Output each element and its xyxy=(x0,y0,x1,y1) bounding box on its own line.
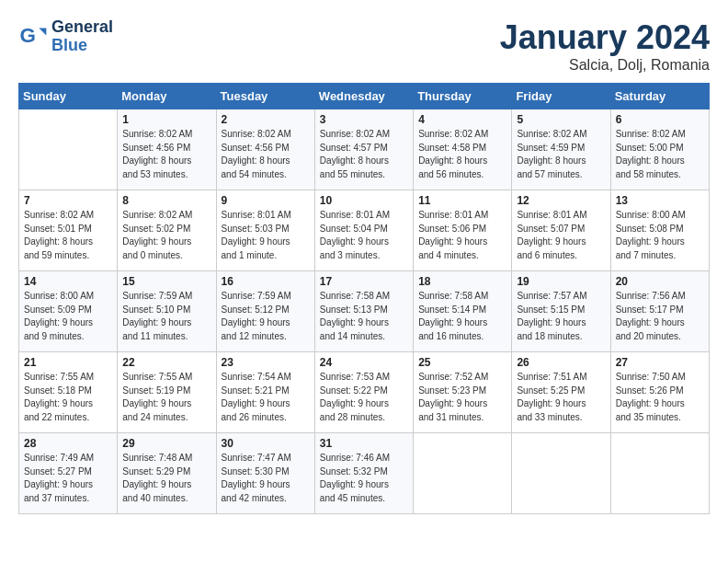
svg-text:G: G xyxy=(20,24,36,47)
day-number: 30 xyxy=(222,437,310,450)
calendar-cell: 5Sunrise: 8:02 AMSunset: 4:59 PMDaylight… xyxy=(512,109,610,190)
day-info: Sunrise: 7:46 AMSunset: 5:32 PMDaylight:… xyxy=(320,452,408,505)
day-number: 24 xyxy=(320,356,408,369)
day-info: Sunrise: 7:53 AMSunset: 5:22 PMDaylight:… xyxy=(320,371,408,424)
header-thursday: Thursday xyxy=(414,84,512,109)
svg-marker-1 xyxy=(39,28,46,35)
calendar-cell: 10Sunrise: 8:01 AMSunset: 5:04 PMDayligh… xyxy=(314,190,413,271)
header-tuesday: Tuesday xyxy=(216,84,314,109)
day-number: 16 xyxy=(222,275,310,288)
header-monday: Monday xyxy=(118,84,216,109)
day-number: 27 xyxy=(616,356,704,369)
logo: G General Blue xyxy=(18,18,113,55)
day-number: 14 xyxy=(24,275,112,288)
week-row-5: 28Sunrise: 7:49 AMSunset: 5:27 PMDayligh… xyxy=(19,433,710,514)
day-number: 11 xyxy=(418,194,506,207)
day-info: Sunrise: 7:59 AMSunset: 5:12 PMDaylight:… xyxy=(222,290,310,343)
day-info: Sunrise: 8:02 AMSunset: 5:00 PMDaylight:… xyxy=(616,128,704,181)
calendar-cell: 22Sunrise: 7:55 AMSunset: 5:19 PMDayligh… xyxy=(118,352,216,433)
logo-line2: Blue xyxy=(51,37,113,55)
header-wednesday: Wednesday xyxy=(314,84,413,109)
day-number: 9 xyxy=(222,194,310,207)
calendar-cell xyxy=(610,433,709,514)
calendar-cell: 4Sunrise: 8:02 AMSunset: 4:58 PMDaylight… xyxy=(414,109,512,190)
calendar-cell: 3Sunrise: 8:02 AMSunset: 4:57 PMDaylight… xyxy=(314,109,413,190)
header-row: Sunday Monday Tuesday Wednesday Thursday… xyxy=(19,84,710,109)
day-info: Sunrise: 7:47 AMSunset: 5:30 PMDaylight:… xyxy=(222,452,310,505)
day-info: Sunrise: 7:58 AMSunset: 5:13 PMDaylight:… xyxy=(320,290,408,343)
day-number: 8 xyxy=(122,194,210,207)
day-number: 18 xyxy=(418,275,506,288)
calendar-cell: 8Sunrise: 8:02 AMSunset: 5:02 PMDaylight… xyxy=(118,190,216,271)
day-info: Sunrise: 8:01 AMSunset: 5:03 PMDaylight:… xyxy=(222,209,310,262)
calendar-cell: 16Sunrise: 7:59 AMSunset: 5:12 PMDayligh… xyxy=(216,271,314,352)
day-number: 10 xyxy=(320,194,408,207)
week-row-1: 1Sunrise: 8:02 AMSunset: 4:56 PMDaylight… xyxy=(19,109,710,190)
day-number: 22 xyxy=(122,356,210,369)
calendar-cell: 14Sunrise: 8:00 AMSunset: 5:09 PMDayligh… xyxy=(19,271,118,352)
day-number: 3 xyxy=(320,113,408,126)
day-info: Sunrise: 7:55 AMSunset: 5:18 PMDaylight:… xyxy=(24,371,112,424)
day-number: 19 xyxy=(517,275,605,288)
calendar-cell: 15Sunrise: 7:59 AMSunset: 5:10 PMDayligh… xyxy=(118,271,216,352)
week-row-3: 14Sunrise: 8:00 AMSunset: 5:09 PMDayligh… xyxy=(19,271,710,352)
calendar-cell xyxy=(414,433,512,514)
location: Salcia, Dolj, Romania xyxy=(500,57,710,74)
day-number: 6 xyxy=(616,113,704,126)
day-info: Sunrise: 8:01 AMSunset: 5:04 PMDaylight:… xyxy=(320,209,408,262)
day-number: 25 xyxy=(418,356,506,369)
day-info: Sunrise: 7:51 AMSunset: 5:25 PMDaylight:… xyxy=(517,371,605,424)
day-info: Sunrise: 8:02 AMSunset: 5:02 PMDaylight:… xyxy=(122,209,210,262)
day-info: Sunrise: 8:02 AMSunset: 4:58 PMDaylight:… xyxy=(418,128,506,181)
calendar-cell: 7Sunrise: 8:02 AMSunset: 5:01 PMDaylight… xyxy=(19,190,118,271)
header-friday: Friday xyxy=(512,84,610,109)
logo-icon: G xyxy=(18,22,48,52)
day-info: Sunrise: 7:49 AMSunset: 5:27 PMDaylight:… xyxy=(24,452,112,505)
day-number: 5 xyxy=(517,113,605,126)
day-number: 1 xyxy=(122,113,210,126)
day-number: 20 xyxy=(616,275,704,288)
calendar-cell: 9Sunrise: 8:01 AMSunset: 5:03 PMDaylight… xyxy=(216,190,314,271)
day-number: 29 xyxy=(122,437,210,450)
calendar-body: 1Sunrise: 8:02 AMSunset: 4:56 PMDaylight… xyxy=(19,109,710,514)
title-block: January 2024 Salcia, Dolj, Romania xyxy=(500,18,710,74)
day-info: Sunrise: 8:02 AMSunset: 4:56 PMDaylight:… xyxy=(122,128,210,181)
day-info: Sunrise: 8:02 AMSunset: 4:59 PMDaylight:… xyxy=(517,128,605,181)
calendar-cell: 25Sunrise: 7:52 AMSunset: 5:23 PMDayligh… xyxy=(414,352,512,433)
calendar-cell: 30Sunrise: 7:47 AMSunset: 5:30 PMDayligh… xyxy=(216,433,314,514)
calendar-table: Sunday Monday Tuesday Wednesday Thursday… xyxy=(18,83,710,514)
calendar-cell xyxy=(512,433,610,514)
calendar-cell: 29Sunrise: 7:48 AMSunset: 5:29 PMDayligh… xyxy=(118,433,216,514)
day-number: 12 xyxy=(517,194,605,207)
calendar-cell: 18Sunrise: 7:58 AMSunset: 5:14 PMDayligh… xyxy=(414,271,512,352)
calendar-cell: 12Sunrise: 8:01 AMSunset: 5:07 PMDayligh… xyxy=(512,190,610,271)
calendar-cell: 26Sunrise: 7:51 AMSunset: 5:25 PMDayligh… xyxy=(512,352,610,433)
week-row-4: 21Sunrise: 7:55 AMSunset: 5:18 PMDayligh… xyxy=(19,352,710,433)
calendar-cell: 23Sunrise: 7:54 AMSunset: 5:21 PMDayligh… xyxy=(216,352,314,433)
day-number: 26 xyxy=(517,356,605,369)
calendar-cell: 31Sunrise: 7:46 AMSunset: 5:32 PMDayligh… xyxy=(314,433,413,514)
day-number: 23 xyxy=(222,356,310,369)
calendar-header: Sunday Monday Tuesday Wednesday Thursday… xyxy=(19,84,710,109)
calendar-cell: 1Sunrise: 8:02 AMSunset: 4:56 PMDaylight… xyxy=(118,109,216,190)
day-number: 17 xyxy=(320,275,408,288)
day-info: Sunrise: 7:56 AMSunset: 5:17 PMDaylight:… xyxy=(616,290,704,343)
day-number: 28 xyxy=(24,437,112,450)
day-info: Sunrise: 8:02 AMSunset: 5:01 PMDaylight:… xyxy=(24,209,112,262)
calendar-cell: 6Sunrise: 8:02 AMSunset: 5:00 PMDaylight… xyxy=(610,109,709,190)
day-number: 21 xyxy=(24,356,112,369)
calendar-cell: 13Sunrise: 8:00 AMSunset: 5:08 PMDayligh… xyxy=(610,190,709,271)
header-saturday: Saturday xyxy=(610,84,709,109)
day-info: Sunrise: 7:52 AMSunset: 5:23 PMDaylight:… xyxy=(418,371,506,424)
header-sunday: Sunday xyxy=(19,84,118,109)
calendar-cell: 17Sunrise: 7:58 AMSunset: 5:13 PMDayligh… xyxy=(314,271,413,352)
calendar-cell: 19Sunrise: 7:57 AMSunset: 5:15 PMDayligh… xyxy=(512,271,610,352)
day-number: 13 xyxy=(616,194,704,207)
day-info: Sunrise: 7:48 AMSunset: 5:29 PMDaylight:… xyxy=(122,452,210,505)
day-number: 7 xyxy=(24,194,112,207)
calendar-cell: 21Sunrise: 7:55 AMSunset: 5:18 PMDayligh… xyxy=(19,352,118,433)
day-info: Sunrise: 8:01 AMSunset: 5:06 PMDaylight:… xyxy=(418,209,506,262)
day-number: 31 xyxy=(320,437,408,450)
day-number: 4 xyxy=(418,113,506,126)
day-info: Sunrise: 7:59 AMSunset: 5:10 PMDaylight:… xyxy=(122,290,210,343)
